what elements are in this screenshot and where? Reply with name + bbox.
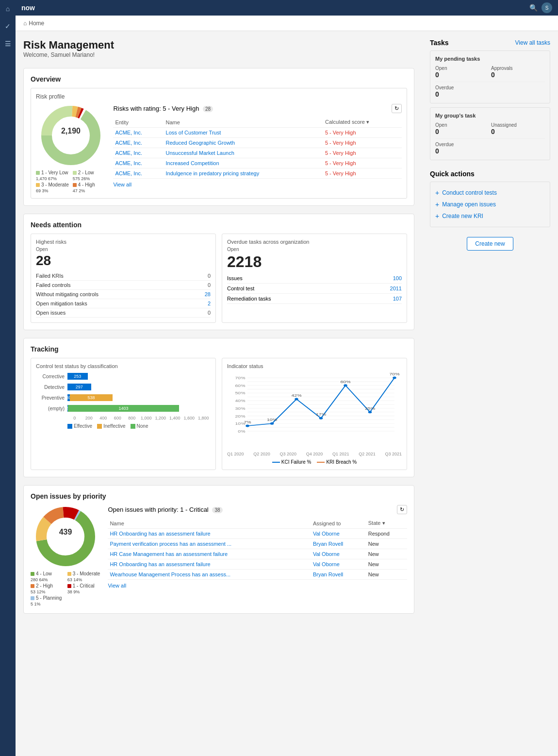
needs-attention-title: Needs attention <box>31 221 407 229</box>
highest-risks-box: Highest risks Open 28 Failed KRIs0Failed… <box>31 234 216 323</box>
needs-attention-card: Needs attention Highest risks Open 28 Fa… <box>23 214 414 330</box>
list-item: Detective 297 <box>36 384 211 390</box>
overdue-tasks-box: Overdue tasks across organization Open 2… <box>222 234 407 323</box>
svg-text:60%: 60% <box>341 380 351 384</box>
table-row: ACME, Inc. Increased Competition 5 - Ver… <box>113 158 402 168</box>
issues-table: Name Assigned to State ▾ HR Onboarding h… <box>108 518 407 580</box>
svg-text:2,190: 2,190 <box>61 127 81 135</box>
table-row: ACME, Inc. Loss of Customer Trust 5 - Ve… <box>113 128 402 138</box>
svg-text:50%: 50% <box>235 391 246 395</box>
svg-text:7%: 7% <box>244 420 251 424</box>
open-issues-card: Open issues by priority 439 <box>23 485 414 614</box>
risk-profile-title: Risk profile <box>36 93 402 100</box>
breadcrumb: ⌂ Home <box>16 16 558 31</box>
sidebar-menu-icon[interactable]: ☰ <box>3 39 13 49</box>
list-item: (empty) 4 1403 <box>36 405 211 412</box>
list-item: Without mitigating controls28 <box>36 290 211 299</box>
svg-text:0%: 0% <box>238 430 245 434</box>
issues-donut-chart: 439 4 - Low 3 - Moderate 280 64% 63 14% … <box>31 505 100 606</box>
breadcrumb-label: Home <box>29 20 44 27</box>
create-new-button[interactable]: Create new <box>467 237 513 251</box>
view-all-tasks-link[interactable]: View all tasks <box>515 39 550 46</box>
svg-text:439: 439 <box>59 528 72 536</box>
bar-legend: EffectiveIneffectiveNone <box>36 423 211 429</box>
tasks-panel: Tasks View all tasks My pending tasks Op… <box>430 39 550 164</box>
table-row: HR Case Management has an assessment fai… <box>108 549 407 559</box>
search-icon[interactable]: 🔍 <box>529 4 538 12</box>
my-pending-tasks-box: My pending tasks Open 0 Approvals 0 <box>430 50 550 103</box>
table-row: Wearhouse Management Process has an asse… <box>108 570 407 580</box>
svg-point-41 <box>393 377 396 379</box>
svg-point-39 <box>368 411 372 413</box>
svg-point-29 <box>246 425 249 427</box>
list-item: Issues100 <box>227 273 402 284</box>
svg-text:60%: 60% <box>235 384 246 387</box>
svg-text:70%: 70% <box>390 373 400 376</box>
sidebar-home-icon[interactable]: ⌂ <box>3 4 13 14</box>
svg-text:42%: 42% <box>292 394 302 398</box>
sidebar: ⌂ ✓ ☰ <box>0 0 16 756</box>
risk-table-title: Risks with rating: 5 - Very High 28 <box>113 105 213 112</box>
donut-legend: 1 - Very Low 2 - Low 1,470 67% 575 26% 3… <box>36 170 105 193</box>
list-item: Open issues0 <box>36 308 211 318</box>
svg-point-35 <box>319 417 323 420</box>
list-item: Remediation tasks107 <box>227 294 402 304</box>
risk-table: Entity Name Calculated score ▾ ACME, Inc… <box>113 117 402 179</box>
svg-point-33 <box>295 398 298 401</box>
svg-text:20%: 20% <box>235 414 246 418</box>
risk-badge: 28 <box>203 106 213 112</box>
line-chart-legend: KCI Failure % KRI Breach % <box>227 459 402 465</box>
create-new-area: Create new <box>430 233 550 254</box>
issues-refresh-button[interactable]: ↻ <box>397 505 407 514</box>
issues-badge: 38 <box>212 507 222 513</box>
legend-item: Ineffective <box>97 423 125 429</box>
control-test-box: Control test status by classification Co… <box>31 358 216 470</box>
svg-text:40%: 40% <box>235 399 246 403</box>
now-logo: now <box>21 4 35 12</box>
legend-item: Effective <box>67 423 92 429</box>
open-issues-title: Open issues by priority <box>31 492 407 500</box>
table-row: Payment verification process has an asse… <box>108 539 407 549</box>
list-item: Failed controls0 <box>36 281 211 290</box>
quick-action-item[interactable]: +Manage open issues <box>435 199 545 210</box>
list-item: Control test2011 <box>227 284 402 294</box>
table-row: HR Onboarding has an assessment failure … <box>108 529 407 539</box>
list-item: Preventive 30 538 <box>36 394 211 401</box>
list-item: Corrective 253 <box>36 373 211 380</box>
user-avatar[interactable]: S <box>542 2 552 13</box>
indicator-status-box: Indicator status 0%10%20%30%40%50%60%70%… <box>222 358 407 470</box>
quick-actions-panel: Quick actions +Conduct control tests+Man… <box>430 170 550 227</box>
refresh-button[interactable]: ↻ <box>392 104 402 113</box>
sidebar-check-icon[interactable]: ✓ <box>3 21 13 31</box>
overview-title: Overview <box>31 75 407 83</box>
tracking-card: Tracking Control test status by classifi… <box>23 338 414 477</box>
page-subtitle: Welcome, Samuel Mariano! <box>23 51 414 58</box>
plus-icon: + <box>435 212 439 220</box>
overview-card: Overview Risk profile <box>23 68 414 206</box>
tracking-title: Tracking <box>31 345 407 353</box>
home-icon: ⌂ <box>23 20 27 27</box>
table-row: ACME, Inc. Unsuccessful Market Launch 5 … <box>113 148 402 158</box>
risk-donut-chart: 2,190 1 - Very Low 2 - Low 1,470 67% 575… <box>36 104 105 193</box>
table-row: HR Onboarding has an assessment failure … <box>108 559 407 570</box>
table-row: ACME, Inc. Reduced Geographic Growth 5 -… <box>113 138 402 148</box>
list-item: Open mitigation tasks2 <box>36 299 211 308</box>
list-item: Failed KRIs0 <box>36 271 211 281</box>
svg-point-37 <box>344 384 347 386</box>
tasks-title: Tasks <box>430 39 449 47</box>
page-title: Risk Management <box>23 39 414 51</box>
table-row: ACME, Inc. Indulgence in predatory prici… <box>113 168 402 179</box>
issues-table-title: Open issues with priority: 1 - Critical … <box>108 506 222 513</box>
issues-donut-legend: 4 - Low 3 - Moderate 280 64% 63 14% 2 - … <box>31 571 100 606</box>
right-panel: Tasks View all tasks My pending tasks Op… <box>422 31 558 756</box>
svg-point-31 <box>270 422 274 425</box>
svg-text:25%: 25% <box>365 406 375 410</box>
legend-item: None <box>131 423 148 429</box>
quick-action-item[interactable]: +Create new KRI <box>435 210 545 222</box>
view-all-issues[interactable]: View all <box>108 583 126 588</box>
quick-action-item[interactable]: +Conduct control tests <box>435 187 545 199</box>
col-entity: Entity <box>113 117 164 128</box>
view-all-risks[interactable]: View all <box>113 182 131 187</box>
topbar: now 🔍 S <box>16 0 558 16</box>
plus-icon: + <box>435 189 439 197</box>
